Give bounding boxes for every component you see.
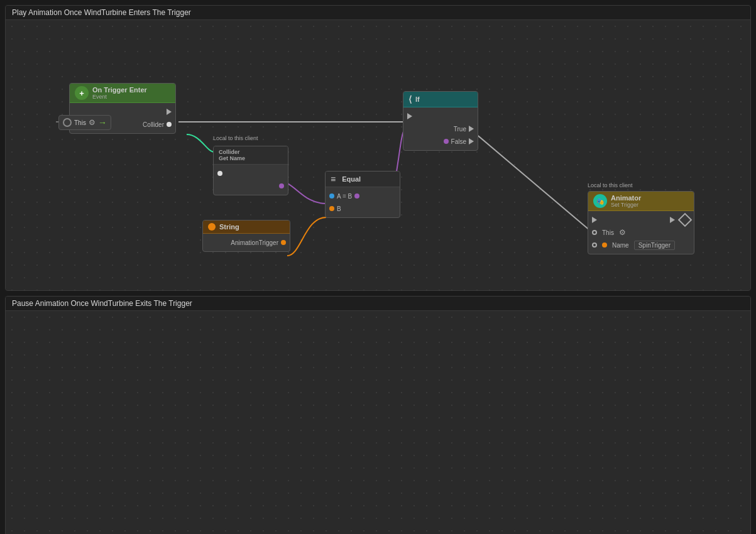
equal-result-pin [329, 193, 334, 199]
local-badge-1: Local to this client [213, 135, 258, 141]
string-value: AnimationTrigger [231, 239, 278, 246]
anim-exec-diamond [678, 213, 693, 227]
if-true-label: True [454, 126, 466, 133]
anim-name-label: Name [612, 242, 629, 249]
equal-body: A = B B [326, 187, 400, 217]
node-equal: ≡ Equal A = B B [325, 171, 400, 218]
animator-subtitle-1: Set Trigger [611, 202, 641, 208]
if-true-arrow [469, 126, 474, 132]
animator-header-1: 🎭 Animator Set Trigger [588, 192, 694, 211]
this-arrow-1[interactable]: → [98, 117, 107, 128]
exec-out-arrow [167, 109, 172, 115]
this-gear-1: ⚙ [89, 118, 96, 127]
equal-b-row: B [326, 202, 400, 215]
node-header-trigger-enter: + On Trigger Enter Event [70, 84, 175, 103]
anim-name-circle [592, 242, 597, 248]
animator-title-1: Animator [611, 194, 641, 202]
canvas-1[interactable]: + On Trigger Enter Event Collider [6, 20, 750, 290]
if-true-row: True [403, 123, 478, 135]
if-icon-1: ⟨ [408, 94, 412, 104]
equal-label: Equal [342, 175, 361, 183]
anim-this-circle [592, 230, 597, 235]
anim-this-label: This [602, 229, 614, 236]
section-pause-animation: Pause Animation Once WindTurbine Exits T… [5, 296, 751, 534]
connections-svg-2 [6, 311, 750, 534]
if-false-row: False [403, 135, 478, 148]
canvas-2[interactable]: ✕ On Trigger Exit Event Collider [6, 311, 750, 534]
anim-exec-out [670, 217, 675, 223]
string-value-row: AnimationTrigger [203, 236, 290, 249]
node-animator-settrigger-1: 🎭 Animator Set Trigger Th [588, 191, 694, 254]
collider-getname-title: ColliderGet Name [219, 149, 245, 161]
section-title-1: Play Animation Once WindTurbine Enters T… [6, 6, 750, 20]
animator-body-1: This ⚙ Name SpinTrigger [588, 211, 694, 254]
if-condition-pin [444, 139, 449, 144]
string-label: String [219, 223, 239, 231]
graph-container: Play Animation Once WindTurbine Enters T… [0, 0, 756, 534]
spin-trigger-value-1: SpinTrigger [634, 241, 675, 250]
anim-name-row: Name SpinTrigger [588, 239, 694, 251]
string-dot [208, 223, 216, 231]
trigger-enter-title: On Trigger Enter [92, 86, 147, 94]
string-body: AnimationTrigger [203, 234, 290, 251]
equal-ab-row: A = B [326, 190, 400, 202]
collider-pin [167, 122, 172, 127]
if-false-label: False [451, 138, 466, 145]
node-string: String AnimationTrigger [202, 220, 290, 252]
cg-in-pin [217, 171, 222, 176]
if-exec-in-arrow [407, 113, 412, 119]
collider-getname-header: ColliderGet Name [214, 146, 288, 165]
local-badge-2: Local to this client [588, 182, 633, 188]
if-false-arrow [469, 138, 474, 144]
node-if-1: ⟨ If True False [403, 91, 478, 151]
this-circle-1 [63, 118, 72, 127]
string-header: String [203, 221, 290, 234]
if-exec-in [403, 110, 478, 123]
if-header-1: ⟨ If [403, 92, 478, 107]
anim-this-row: This ⚙ [588, 226, 694, 239]
cg-out-pin [279, 183, 284, 188]
cg-out-row [214, 180, 288, 192]
node-collider-getname: ColliderGet Name [213, 146, 288, 195]
trigger-enter-subtitle: Event [92, 94, 147, 100]
animator-icon-1: 🎭 [593, 194, 607, 208]
equal-a-pin [354, 193, 359, 199]
collider-label: Collider [143, 121, 164, 128]
string-out-pin [281, 240, 286, 245]
anim-exec-in [592, 217, 597, 223]
trigger-enter-icon: + [75, 86, 89, 100]
equal-b-pin [329, 206, 334, 211]
anim-name-pin [602, 242, 607, 248]
if-label-1: If [415, 95, 420, 103]
if-body-1: True False [403, 107, 478, 150]
collider-getname-body [214, 165, 288, 195]
this-node-1: This ⚙ → [58, 115, 111, 130]
this-label-1: This [74, 119, 86, 126]
equal-header: ≡ Equal [326, 172, 400, 187]
anim-gear: ⚙ [619, 228, 626, 237]
section-title-2: Pause Animation Once WindTurbine Exits T… [6, 297, 750, 311]
section-play-animation: Play Animation Once WindTurbine Enters T… [5, 5, 751, 291]
svg-line-1 [463, 123, 590, 231]
equal-b-label: B [337, 205, 341, 212]
equal-ab-label: A = B [337, 193, 352, 200]
cg-in-row [214, 167, 288, 180]
anim-exec-in-row [588, 214, 694, 226]
